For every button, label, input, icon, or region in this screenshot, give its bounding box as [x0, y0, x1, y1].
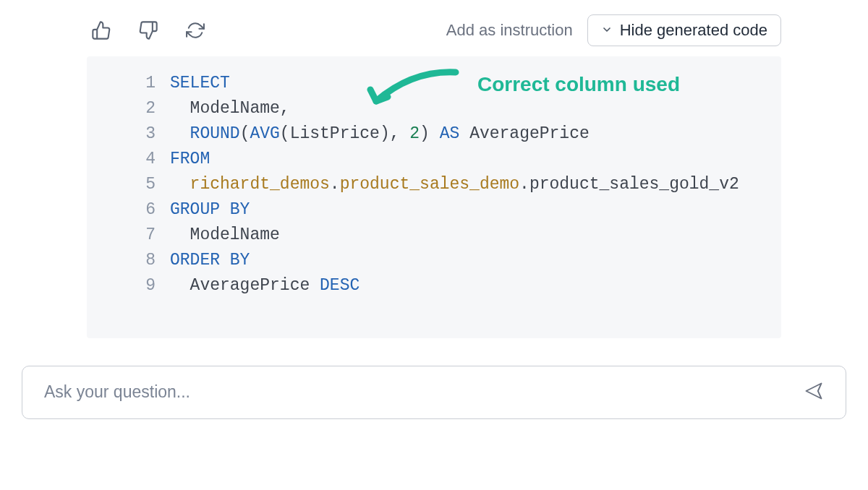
- code-line: 8ORDER BY: [98, 248, 770, 273]
- toolbar-right: Add as instruction Hide generated code: [446, 14, 781, 46]
- thumbs-down-icon[interactable]: [137, 20, 159, 41]
- code-block: Correct column used 1SELECT2 ModelName,3…: [87, 56, 781, 338]
- refresh-icon[interactable]: [184, 20, 206, 41]
- send-icon[interactable]: [804, 381, 824, 404]
- line-content: richardt_demos.product_sales_demo.produc…: [170, 172, 739, 197]
- code-line: 4FROM: [98, 147, 770, 172]
- code-line: 7 ModelName: [98, 223, 770, 248]
- code-line: 5 richardt_demos.product_sales_demo.prod…: [98, 172, 770, 197]
- line-number: 1: [98, 71, 170, 96]
- line-number: 8: [98, 248, 170, 273]
- code-line: 1SELECT: [98, 71, 770, 96]
- feedback-group: [90, 20, 206, 41]
- line-number: 6: [98, 197, 170, 223]
- line-number: 3: [98, 121, 170, 147]
- question-box: [22, 366, 846, 419]
- line-number: 4: [98, 147, 170, 172]
- line-content: ModelName,: [170, 96, 290, 121]
- line-content: ModelName: [170, 223, 280, 248]
- hide-code-label: Hide generated code: [620, 21, 767, 40]
- line-number: 2: [98, 96, 170, 121]
- line-content: ORDER BY: [170, 248, 250, 273]
- line-content: SELECT: [170, 71, 230, 96]
- add-instruction-link[interactable]: Add as instruction: [446, 21, 573, 40]
- toolbar: Add as instruction Hide generated code: [22, 14, 846, 56]
- line-number: 5: [98, 172, 170, 197]
- line-content: AveragePrice DESC: [170, 273, 359, 298]
- line-number: 9: [98, 273, 170, 298]
- line-content: ROUND(AVG(ListPrice), 2) AS AveragePrice: [170, 121, 590, 147]
- hide-code-button[interactable]: Hide generated code: [587, 14, 781, 46]
- question-input[interactable]: [44, 382, 804, 402]
- chevron-down-icon: [601, 21, 613, 40]
- code-line: 6GROUP BY: [98, 197, 770, 223]
- code-line: 3 ROUND(AVG(ListPrice), 2) AS AveragePri…: [98, 121, 770, 147]
- code-line: 9 AveragePrice DESC: [98, 273, 770, 298]
- line-number: 7: [98, 223, 170, 248]
- code-lines: 1SELECT2 ModelName,3 ROUND(AVG(ListPrice…: [98, 71, 770, 298]
- thumbs-up-icon[interactable]: [90, 20, 112, 41]
- line-content: FROM: [170, 147, 210, 172]
- code-line: 2 ModelName,: [98, 96, 770, 121]
- line-content: GROUP BY: [170, 197, 250, 223]
